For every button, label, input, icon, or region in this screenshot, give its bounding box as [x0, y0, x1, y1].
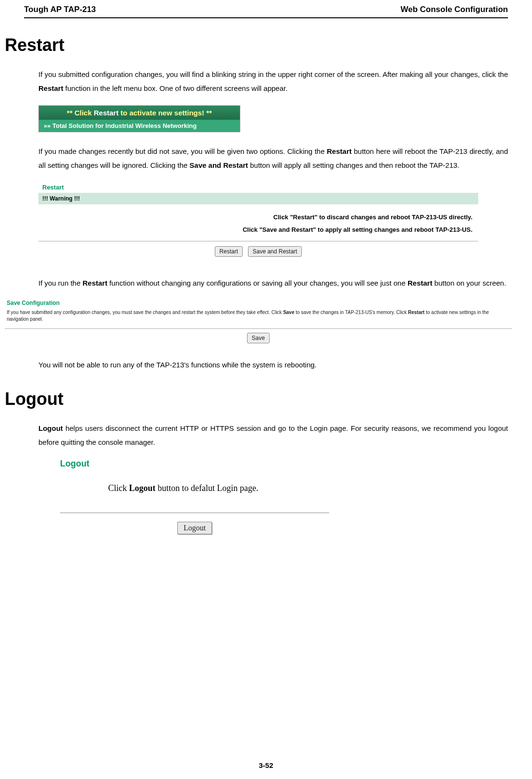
logout-heading: Logout — [5, 389, 508, 409]
text: If you made changes recently but did not… — [38, 147, 327, 155]
restart-button[interactable]: Restart — [215, 246, 243, 257]
restart-warning-bar: !!! Warning !!! — [38, 193, 478, 204]
save-and-restart-button[interactable]: Save and Restart — [248, 246, 302, 257]
text: to save the changes in TAP-213-US's memo… — [295, 310, 408, 315]
logout-box-msg: Click Logout button to defalut Login pag… — [108, 483, 348, 493]
restart-paragraph-1: If you submitted configuration changes, … — [38, 67, 508, 96]
restart-heading: Restart — [5, 35, 508, 55]
save-config-title: Save Configuration — [5, 300, 512, 308]
text: If you have submitted any configuration … — [7, 310, 283, 315]
banner-top: ** Click Restart to activate new setting… — [39, 106, 240, 120]
save-config-screenshot: Save Configuration If you have submitted… — [5, 300, 512, 343]
header-section: Web Console Configuration — [400, 5, 508, 14]
logout-box-title: Logout — [60, 459, 348, 469]
save-button-area: Save — [5, 328, 512, 343]
restart-paragraph-4: You will not be able to run any of the T… — [38, 358, 508, 372]
page-number: 3-52 — [0, 761, 532, 769]
logout-button[interactable]: Logout — [177, 522, 212, 534]
logout-screenshot: Logout Click Logout button to defalut Lo… — [60, 459, 348, 534]
text: to activate new settings! ** — [119, 109, 212, 117]
restart-msg-1: Click "Restart" to discard changes and r… — [44, 211, 472, 224]
restart-msg-2: Click "Save and Restart" to apply all se… — [44, 224, 472, 236]
bold: Restart — [327, 147, 352, 155]
bold: Logout — [38, 424, 63, 432]
text: function without changing any configurat… — [107, 279, 408, 287]
activate-settings-banner: ** Click Restart to activate new setting… — [38, 105, 240, 132]
bold: Save and Restart — [189, 161, 248, 169]
bold: Restart — [83, 279, 108, 287]
bold: Restart — [408, 279, 433, 287]
text: If you run the — [38, 279, 83, 287]
logout-button-area: Logout — [60, 522, 329, 534]
restart-paragraph-2: If you made changes recently but did not… — [38, 144, 508, 173]
save-config-desc: If you have submitted any configuration … — [5, 308, 512, 324]
restart-paragraph-3: If you run the Restart function without … — [38, 276, 508, 290]
restart-screenshot: Restart !!! Warning !!! Click "Restart" … — [38, 182, 478, 262]
restart-messages: Click "Restart" to discard changes and r… — [38, 204, 478, 241]
text: button to defalut Login page. — [156, 483, 259, 493]
text: function in the left menu box. One of tw… — [63, 84, 288, 92]
banner-bottom: »» Total Solution for Industrial Wireles… — [39, 120, 240, 132]
bold: Restart — [38, 84, 63, 92]
save-button[interactable]: Save — [247, 333, 270, 343]
text: button will apply all setting changes an… — [248, 161, 459, 169]
text: button on your screen. — [433, 279, 506, 287]
text: ** Click — [67, 109, 94, 117]
header-product: Tough AP TAP-213 — [24, 5, 96, 14]
restart-box-title: Restart — [38, 182, 478, 193]
text: helps users disconnect the current HTTP … — [38, 424, 508, 446]
divider — [60, 513, 329, 513]
text: If you submitted configuration changes, … — [38, 70, 508, 78]
text: Restart — [94, 109, 119, 117]
logout-paragraph-1: Logout helps users disconnect the curren… — [38, 421, 508, 450]
bold: Logout — [129, 483, 156, 493]
restart-buttons: Restart Save and Restart — [38, 241, 478, 262]
page-header: Tough AP TAP-213 Web Console Configurati… — [24, 5, 508, 18]
bold: Save — [283, 310, 294, 315]
bold: Restart — [408, 310, 424, 315]
text: Click — [108, 483, 129, 493]
